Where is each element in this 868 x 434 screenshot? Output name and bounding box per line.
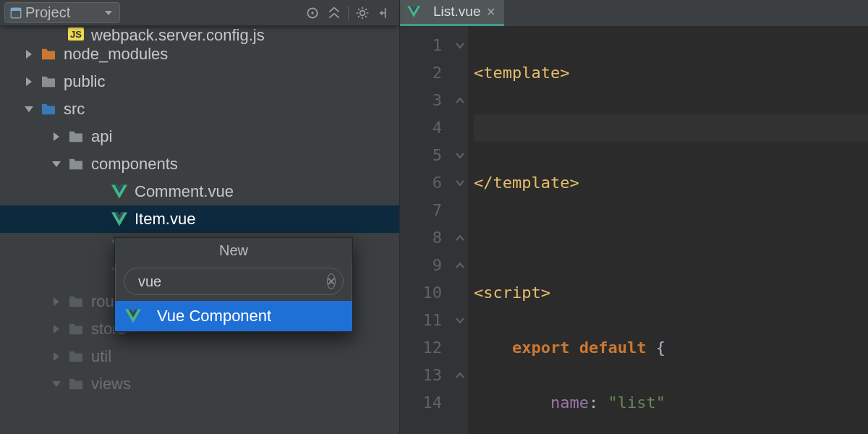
project-view-label: Project xyxy=(25,4,70,21)
popup-item-label: Vue Component xyxy=(157,307,271,326)
clear-search-icon[interactable] xyxy=(327,273,336,289)
expand-chevron-icon[interactable] xyxy=(23,76,35,88)
tree-item-label: api xyxy=(91,127,112,146)
editor-tab[interactable]: List.vue ✕ xyxy=(400,0,504,26)
popup-search[interactable] xyxy=(124,268,344,295)
tree-row[interactable]: api xyxy=(0,123,399,150)
svg-point-5 xyxy=(132,281,132,282)
popup-search-input[interactable] xyxy=(138,273,321,290)
editor: List.vue ✕ 1234567891011121314 <template… xyxy=(400,0,868,434)
locate-icon[interactable] xyxy=(302,3,323,23)
collapse-all-icon[interactable] xyxy=(323,3,345,23)
vue-icon xyxy=(407,6,420,17)
tree-item-label: public xyxy=(64,72,105,91)
expand-chevron-icon[interactable] xyxy=(51,158,62,170)
vue-icon xyxy=(111,211,127,227)
hide-panel-icon[interactable] xyxy=(373,3,395,23)
expand-chevron-icon[interactable] xyxy=(51,131,62,142)
folder-icon xyxy=(68,321,84,337)
tree-row[interactable]: public xyxy=(0,68,399,95)
svg-point-3 xyxy=(311,12,313,14)
folder-icon xyxy=(68,294,84,310)
folder-icon xyxy=(41,46,56,62)
gear-icon[interactable] xyxy=(352,3,373,23)
line-number-gutter: 1234567891011121314 xyxy=(400,26,452,434)
project-view-selector[interactable]: Project xyxy=(4,2,120,23)
tree-row[interactable]: util xyxy=(0,343,399,370)
close-tab-icon[interactable]: ✕ xyxy=(486,5,495,19)
tree-item-label: views xyxy=(91,375,131,393)
expand-chevron-icon[interactable] xyxy=(23,48,35,60)
folder-icon xyxy=(41,101,56,117)
expand-chevron-icon[interactable] xyxy=(51,378,62,390)
tree-row[interactable]: JSwebpack.server.config.js xyxy=(0,26,399,41)
folder-icon xyxy=(68,156,84,172)
project-panel: Project JSwebpack.server.config.jsnode_m… xyxy=(0,0,400,434)
tree-row[interactable]: Comment.vue xyxy=(0,178,399,205)
vue-icon xyxy=(111,184,127,200)
folder-icon xyxy=(68,129,84,145)
tree-item-label: src xyxy=(64,100,85,119)
search-icon xyxy=(132,275,132,288)
tree-row[interactable]: Item.vue xyxy=(0,205,399,233)
svg-rect-1 xyxy=(11,8,21,11)
tree-item-label: components xyxy=(91,155,178,174)
svg-point-4 xyxy=(360,10,365,15)
project-icon xyxy=(9,7,22,20)
project-panel-header: Project xyxy=(0,0,399,26)
chevron-down-icon xyxy=(105,9,112,17)
expand-chevron-icon[interactable] xyxy=(51,351,62,362)
tree-row[interactable]: views xyxy=(0,370,399,398)
tree-item-label: Comment.vue xyxy=(135,182,234,201)
popup-item-vue-component[interactable]: Vue Component xyxy=(115,301,352,331)
expand-chevron-icon[interactable] xyxy=(51,323,62,335)
new-file-popup: New Vue Component xyxy=(114,237,353,332)
editor-tab-bar: List.vue ✕ xyxy=(400,0,868,26)
code-area[interactable]: 1234567891011121314 <template> </templat… xyxy=(400,26,868,434)
folder-icon xyxy=(68,376,84,392)
tree-item-label: Item.vue xyxy=(135,210,195,229)
tree-row[interactable]: components xyxy=(0,150,399,178)
expand-chevron-icon[interactable] xyxy=(23,103,35,115)
tree-row[interactable]: src xyxy=(0,95,399,123)
tree-item-label: util xyxy=(91,347,111,366)
folder-icon xyxy=(68,349,84,365)
project-tree[interactable]: JSwebpack.server.config.jsnode_modulespu… xyxy=(0,26,399,434)
fold-column[interactable] xyxy=(452,26,468,434)
js-file-icon: JS xyxy=(68,26,84,42)
separator xyxy=(348,6,349,20)
expand-chevron-icon[interactable] xyxy=(51,296,62,307)
code-content[interactable]: <template> </template> <script> export d… xyxy=(468,26,868,434)
tree-item-label: node_modules xyxy=(64,45,168,64)
popup-title: New xyxy=(115,238,352,263)
folder-icon xyxy=(41,74,56,90)
vue-icon xyxy=(125,308,141,324)
tree-item-label: webpack.server.config.js xyxy=(91,26,265,45)
editor-tab-label: List.vue xyxy=(433,4,480,20)
